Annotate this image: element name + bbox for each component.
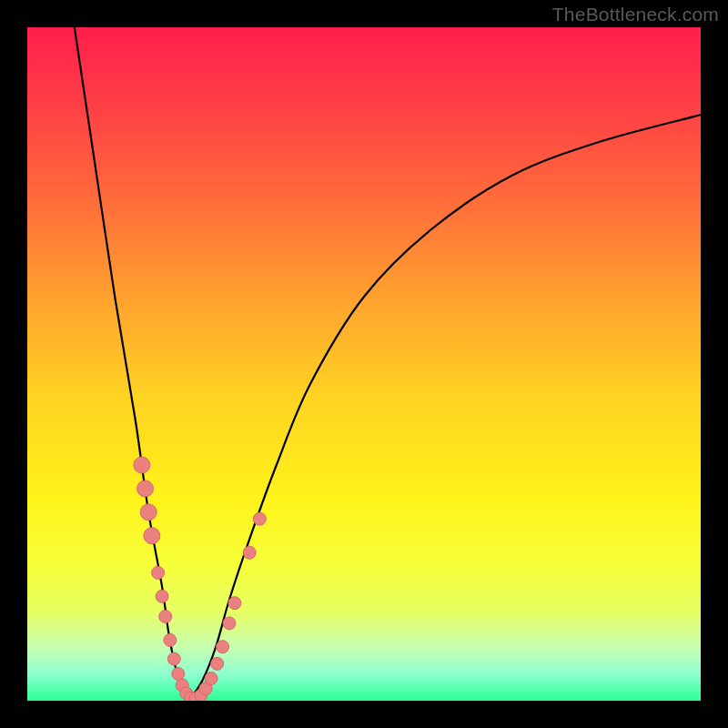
data-marker (164, 633, 177, 646)
plot-area (27, 27, 701, 701)
chart-frame: TheBottleneck.com (0, 0, 728, 728)
data-marker (134, 457, 150, 473)
watermark-text: TheBottleneck.com (552, 4, 719, 25)
curve-layer (27, 27, 701, 701)
bottleneck-curve-left (75, 27, 189, 701)
data-marker (172, 667, 185, 680)
bottleneck-curve-right (189, 115, 701, 701)
data-marker (152, 566, 165, 579)
data-marker (205, 672, 217, 685)
data-marker (137, 480, 154, 497)
data-marker (228, 597, 241, 610)
data-markers (134, 457, 266, 701)
data-marker (223, 617, 236, 630)
data-marker (144, 528, 160, 544)
data-marker (253, 512, 266, 525)
data-marker (140, 504, 157, 521)
data-marker (211, 657, 224, 670)
data-marker (156, 590, 168, 602)
data-marker (159, 611, 172, 623)
data-marker (217, 641, 229, 653)
data-marker (167, 652, 180, 665)
data-marker (243, 546, 256, 559)
